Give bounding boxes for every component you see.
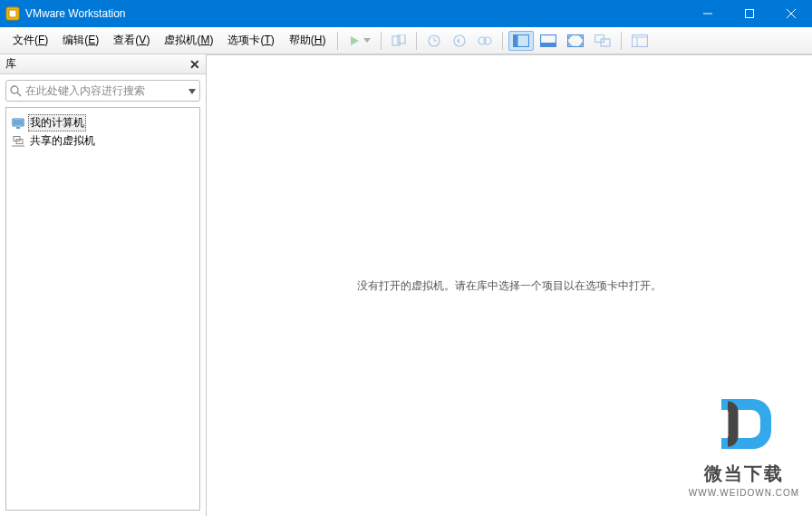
snapshot-manager-button [473,30,497,52]
menubar: 文件(F) 编辑(E) 查看(V) 虚拟机(M) 选项卡(T) 帮助(H) [0,27,812,54]
view-console-button [627,31,652,51]
menu-edit[interactable]: 编辑(E) [55,29,106,52]
tree-item-label: 共享的虚拟机 [28,133,97,149]
menu-vm[interactable]: 虚拟机(M) [157,29,220,52]
library-search[interactable] [5,80,200,102]
watermark-url: WWW.WEIDOWN.COM [689,488,799,498]
tree-item-shared-vms[interactable]: 共享的虚拟机 [10,132,196,150]
svg-rect-1 [9,10,16,17]
library-close-button[interactable]: ✕ [189,57,200,72]
chevron-down-icon [363,38,371,43]
watermark-text: 微当下载 [689,462,799,486]
main-content: 没有打开的虚拟机。请在库中选择一个项目以在选项卡中打开。 微当下载 WWW.WE… [207,54,812,516]
show-thumbnail-button[interactable] [536,31,561,51]
watermark-logo-icon [708,390,780,458]
svg-line-26 [17,92,21,96]
close-button[interactable] [770,0,812,27]
svg-point-25 [11,86,18,93]
menu-help[interactable]: 帮助(H) [282,29,334,52]
svg-rect-16 [514,34,518,46]
tree-item-label: 我的计算机 [28,114,86,131]
separator [381,32,382,50]
library-title: 库 [5,56,189,72]
svg-rect-29 [14,120,23,125]
search-dropdown[interactable] [188,84,196,97]
library-header: 库 ✕ [0,54,206,74]
svg-rect-3 [746,10,754,18]
separator [502,32,503,50]
power-on-button [343,31,375,51]
minimize-button[interactable] [687,0,729,27]
titlebar: VMware Workstation [0,0,812,27]
separator [621,32,622,50]
menu-file[interactable]: 文件(F) [5,29,55,52]
svg-point-14 [484,37,491,44]
separator [416,32,417,50]
watermark: 微当下载 WWW.WEIDOWN.COM [689,390,799,498]
search-input[interactable] [25,84,185,97]
library-panel: 库 ✕ 我的计算机 共享的虚拟机 [0,54,207,516]
separator [337,32,338,50]
menu-tabs[interactable]: 选项卡(T) [220,29,281,52]
unity-button [590,31,615,51]
show-library-button[interactable] [508,31,534,51]
computer-icon [12,118,24,129]
svg-rect-22 [633,34,648,46]
snapshot-revert-button [448,30,471,52]
snapshot-button [422,30,446,52]
tree-item-my-computer[interactable]: 我的计算机 [10,113,196,132]
svg-marker-27 [188,89,196,94]
svg-rect-18 [541,43,556,47]
library-tree: 我的计算机 共享的虚拟机 [5,107,200,511]
maximize-button[interactable] [729,0,770,27]
empty-message: 没有打开的虚拟机。请在库中选择一个项目以在选项卡中打开。 [357,278,662,294]
app-icon [5,6,20,21]
window-title: VMware Workstation [25,7,687,20]
shared-vm-icon [12,136,24,147]
fullscreen-button[interactable] [563,31,588,51]
menu-view[interactable]: 查看(V) [106,29,157,52]
search-icon [10,85,22,97]
new-vm-button [387,31,411,51]
svg-marker-6 [351,36,359,45]
